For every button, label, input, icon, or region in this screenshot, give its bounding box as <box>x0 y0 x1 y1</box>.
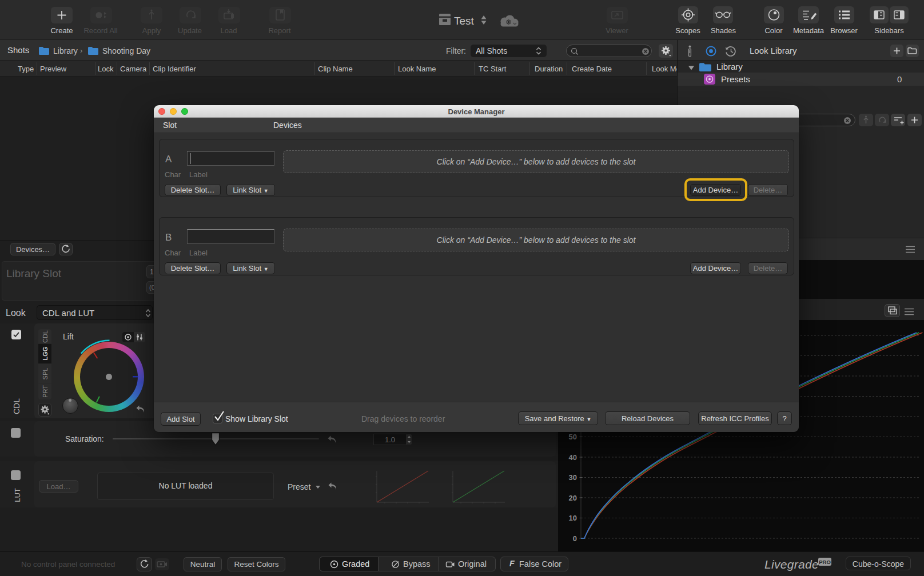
svg-text:0: 0 <box>573 534 577 543</box>
svg-text:20: 20 <box>569 494 577 502</box>
svg-text:40: 40 <box>569 453 577 462</box>
svg-text:50: 50 <box>569 433 577 441</box>
svg-text:10: 10 <box>569 514 577 522</box>
svg-text:30: 30 <box>569 473 577 482</box>
